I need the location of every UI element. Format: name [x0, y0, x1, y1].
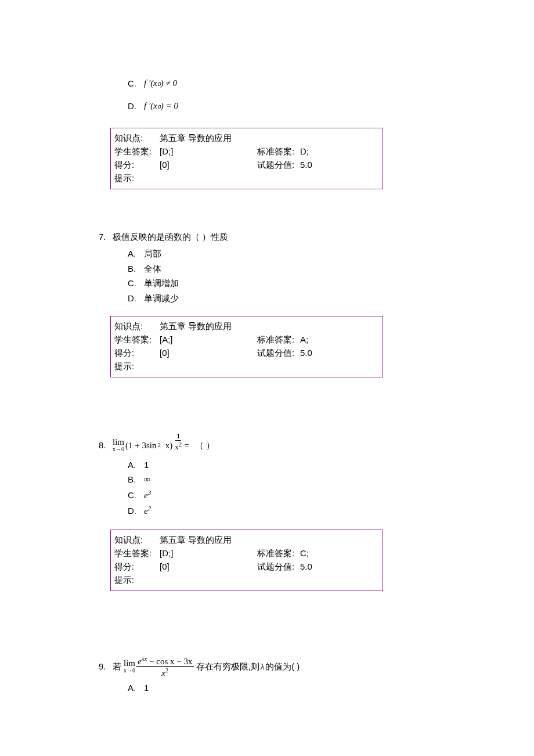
q8-options: A. 1 B. ∞ C. e3 D. e2 [128, 458, 435, 519]
question-number: 8. [99, 438, 113, 452]
option-letter: D. [128, 95, 144, 117]
q9-options: A. 1 [128, 681, 435, 696]
q6-option-d: D. f ′(x₀) = 0 [128, 95, 435, 117]
limit-operator: lim x→0 [113, 438, 124, 452]
option-text: 1 [144, 458, 149, 473]
main-fraction: eλx − cos x − 3x x2 [136, 655, 194, 678]
option-letter: C. [128, 72, 144, 95]
exponent-fraction: 1 x2 [174, 432, 183, 452]
q6-options: C. f ′(x₀) ≠ 0 D. f ′(x₀) = 0 [128, 72, 435, 117]
kp-label: 知识点: [114, 535, 160, 546]
standard-answer-value: D; [300, 146, 309, 157]
q8-answer-box: 知识点: 第五章 导数的应用 学生答案: [D;] 标准答案: C; 得分: [… [110, 530, 383, 591]
option-letter: A. [128, 681, 144, 696]
option-text: ∞ [144, 472, 150, 487]
score-value: [0] [160, 160, 257, 171]
standard-answer-label: 标准答案: [257, 146, 300, 157]
standard-answer-label: 标准答案: [257, 548, 300, 559]
kp-label: 知识点: [114, 133, 160, 144]
option-letter: A. [128, 246, 144, 261]
exam-page: C. f ′(x₀) ≠ 0 D. f ′(x₀) = 0 知识点: 第五章 导… [0, 0, 534, 756]
q8-option-d: D. e2 [128, 503, 435, 519]
points-label: 试题分值: [257, 160, 300, 171]
limit-operator: lim x→0 [124, 659, 135, 674]
option-text: e3 [144, 487, 151, 503]
option-text: 局部 [144, 246, 161, 261]
hint-label: 提示: [114, 361, 160, 372]
option-text: 1 [144, 681, 149, 696]
option-letter: C. [128, 488, 144, 503]
option-letter: C. [128, 276, 144, 291]
option-text: 单调减少 [144, 291, 179, 306]
q9-option-a: A. 1 [128, 681, 435, 696]
score-value: [0] [160, 561, 257, 573]
student-answer-label: 学生答案: [114, 334, 160, 345]
q7-option-c: C. 单调增加 [128, 276, 435, 291]
points-value: 5.0 [300, 561, 312, 573]
kp-value: 第五章 导数的应用 [160, 133, 257, 144]
option-letter: B. [128, 472, 144, 487]
q7-option-a: A. 局部 [128, 246, 435, 261]
q8-option-c: C. e3 [128, 487, 435, 503]
score-label: 得分: [114, 561, 160, 573]
q8-stem-row: 8. lim x→0 (1 + 3sin2 x) 1 x2 = （ ） [99, 435, 435, 455]
points-value: 5.0 [300, 160, 312, 171]
kp-label: 知识点: [114, 321, 160, 332]
question-number: 7. [99, 230, 113, 244]
student-answer-value: [D;] [160, 146, 257, 157]
standard-answer-label: 标准答案: [257, 334, 300, 345]
student-answer-value: [A;] [160, 334, 257, 345]
hint-label: 提示: [114, 173, 160, 184]
blank-paren: （ ） [195, 438, 215, 452]
q7-options: A. 局部 B. 全体 C. 单调增加 D. 单调减少 [128, 246, 435, 305]
option-text: f ′(x₀) = 0 [144, 95, 178, 117]
points-label: 试题分值: [257, 348, 300, 359]
option-letter: D. [128, 291, 144, 306]
q9-prefix: 若 [113, 660, 121, 674]
score-label: 得分: [114, 348, 160, 359]
score-label: 得分: [114, 160, 160, 171]
q7-option-d: D. 单调减少 [128, 291, 435, 306]
kp-value: 第五章 导数的应用 [160, 535, 257, 546]
score-value: [0] [160, 348, 257, 359]
option-text: 全体 [144, 261, 161, 276]
q7-option-b: B. 全体 [128, 261, 435, 276]
question-number: 9. [99, 660, 113, 674]
standard-answer-value: C; [300, 548, 309, 559]
question-stem: 极值反映的是函数的（ ）性质 [113, 230, 228, 244]
option-letter: A. [128, 458, 144, 473]
hint-label: 提示: [114, 575, 160, 586]
option-letter: D. [128, 503, 144, 519]
student-answer-value: [D;] [160, 548, 257, 559]
standard-answer-value: A; [300, 334, 308, 345]
q8-option-a: A. 1 [128, 458, 435, 473]
q8-option-b: B. ∞ [128, 472, 435, 487]
q9-stem-row: 9. 若 lim x→0 eλx − cos x − 3x x2 存在有穷极限,… [99, 655, 435, 678]
q6-option-c: C. f ′(x₀) ≠ 0 [128, 72, 435, 95]
student-answer-label: 学生答案: [114, 146, 160, 157]
student-answer-label: 学生答案: [114, 548, 160, 559]
option-letter: B. [128, 261, 144, 276]
option-text: f ′(x₀) ≠ 0 [144, 72, 177, 95]
q7-answer-box: 知识点: 第五章 导数的应用 学生答案: [A;] 标准答案: A; 得分: [… [110, 316, 383, 377]
option-text: 单调增加 [144, 276, 179, 291]
q9-math: lim x→0 eλx − cos x − 3x x2 [124, 655, 194, 678]
option-text: e2 [144, 503, 151, 519]
q6-answer-box: 知识点: 第五章 导数的应用 学生答案: [D;] 标准答案: D; 得分: [… [110, 128, 383, 189]
q7-stem-row: 7. 极值反映的是函数的（ ）性质 [99, 230, 435, 244]
q8-math: lim x→0 (1 + 3sin2 x) 1 x2 = [113, 435, 189, 455]
points-label: 试题分值: [257, 561, 300, 573]
q9-tail-a: 存在有穷极限,则 [196, 660, 259, 674]
kp-value: 第五章 导数的应用 [160, 321, 257, 332]
q9-tail-b: 的值为( ) [265, 660, 300, 674]
lambda: λ [261, 660, 265, 674]
points-value: 5.0 [300, 348, 312, 359]
